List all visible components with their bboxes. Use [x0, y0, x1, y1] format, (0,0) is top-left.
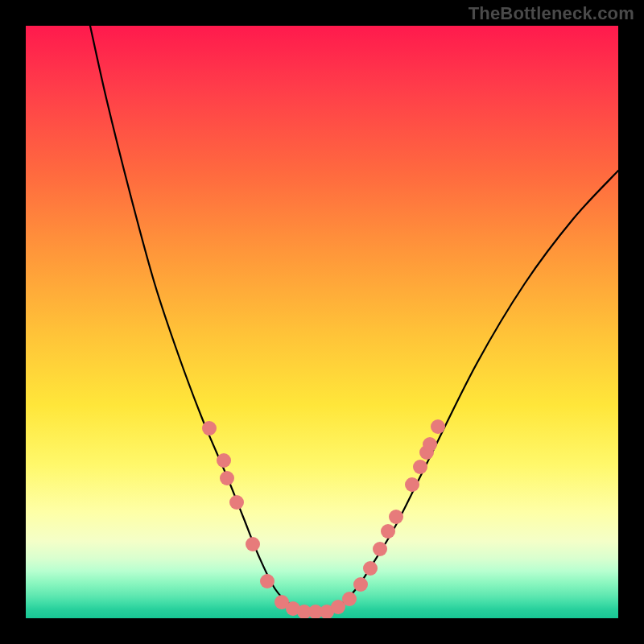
chart-svg	[26, 26, 618, 618]
chart-frame: TheBottleneck.com	[0, 0, 644, 644]
plot-area	[26, 26, 618, 618]
marker-dot	[373, 542, 387, 556]
marker-dot	[229, 495, 244, 510]
curve-line	[90, 26, 618, 613]
marker-dot	[423, 437, 437, 452]
marker-dot	[353, 577, 368, 592]
marker-dot	[217, 453, 231, 468]
markers-group	[202, 419, 445, 618]
marker-dot	[381, 524, 395, 539]
marker-dot	[389, 510, 403, 524]
marker-dot	[431, 419, 445, 434]
curve-path-group	[90, 26, 618, 613]
marker-dot	[220, 471, 234, 485]
marker-dot	[202, 421, 217, 436]
marker-dot	[363, 561, 378, 576]
marker-dot	[413, 460, 427, 474]
marker-dot	[342, 592, 357, 606]
marker-dot	[405, 477, 419, 492]
watermark-text: TheBottleneck.com	[469, 3, 634, 24]
marker-dot	[246, 537, 260, 551]
marker-dot	[260, 574, 275, 588]
